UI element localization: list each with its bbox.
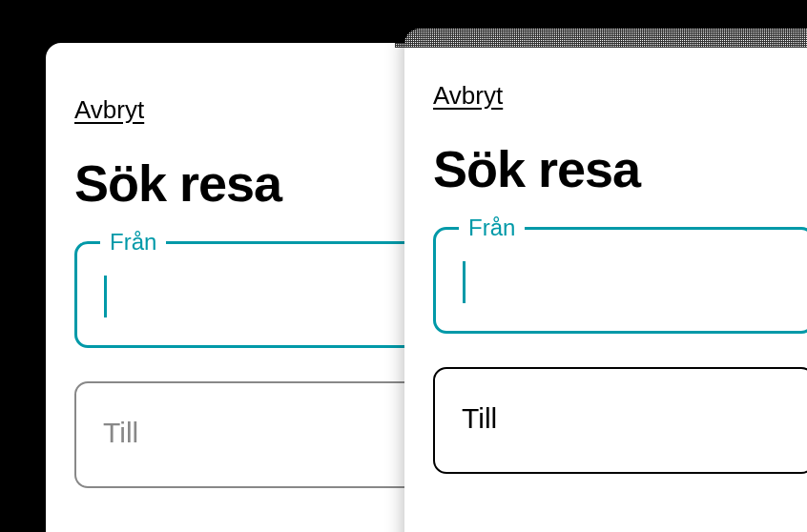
to-placeholder: Till — [462, 402, 497, 434]
from-label: Från — [100, 229, 166, 256]
text-cursor-icon — [463, 261, 466, 303]
to-input[interactable]: Till — [433, 367, 807, 474]
page-title: Sök resa — [433, 139, 807, 198]
from-input[interactable]: Från — [433, 227, 807, 334]
cancel-link[interactable]: Avbryt — [74, 95, 144, 125]
search-panel-left: Avbryt Sök resa Från Till — [46, 43, 446, 532]
page-title: Sök resa — [74, 153, 418, 213]
from-input-group: Från — [433, 227, 807, 334]
cancel-link[interactable]: Avbryt — [433, 81, 503, 111]
to-placeholder: Till — [103, 417, 138, 448]
from-label: Från — [459, 215, 525, 241]
decorative-noise-edge — [395, 29, 807, 48]
text-cursor-icon — [104, 276, 107, 317]
from-input[interactable]: Från — [74, 241, 418, 348]
from-input-group: Från — [74, 241, 418, 348]
to-input[interactable]: Till — [74, 381, 418, 488]
search-panel-right: Avbryt Sök resa Från Till — [404, 29, 807, 532]
